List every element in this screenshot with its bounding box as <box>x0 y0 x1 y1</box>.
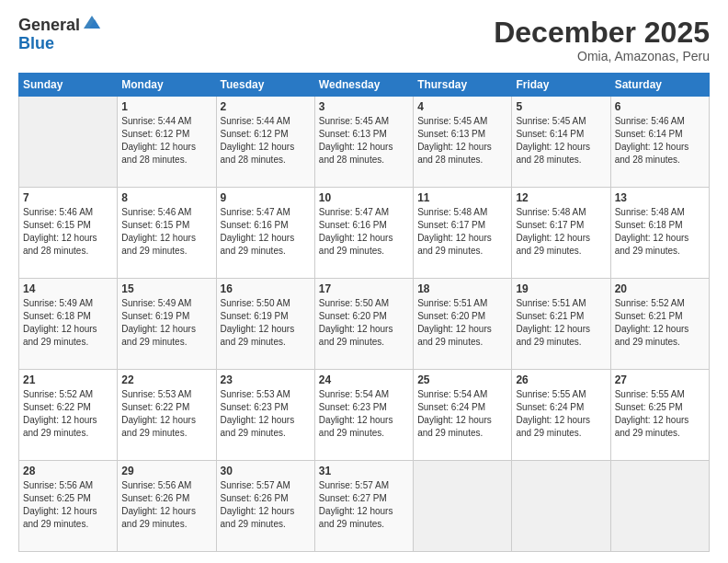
day-info: Sunrise: 5:45 AMSunset: 6:13 PMDaylight:… <box>319 115 409 167</box>
day-number: 20 <box>615 282 705 295</box>
calendar-cell: 12Sunrise: 5:48 AMSunset: 6:17 PMDayligh… <box>512 188 610 279</box>
month-title: December 2025 <box>494 17 710 49</box>
calendar-cell: 23Sunrise: 5:53 AMSunset: 6:23 PMDayligh… <box>216 370 314 461</box>
calendar-cell <box>610 461 709 552</box>
day-info: Sunrise: 5:45 AMSunset: 6:14 PMDaylight:… <box>516 115 606 167</box>
day-info: Sunrise: 5:51 AMSunset: 6:20 PMDaylight:… <box>417 297 507 349</box>
calendar-cell: 22Sunrise: 5:53 AMSunset: 6:22 PMDayligh… <box>118 370 216 461</box>
day-number: 17 <box>319 282 409 295</box>
day-number: 28 <box>23 465 113 477</box>
header: General Blue December 2025 Omia, Amazona… <box>18 17 710 63</box>
calendar-cell <box>512 461 610 552</box>
day-number: 27 <box>615 373 705 386</box>
calendar-cell: 5Sunrise: 5:45 AMSunset: 6:14 PMDaylight… <box>512 97 610 188</box>
day-number: 11 <box>417 191 507 204</box>
day-info: Sunrise: 5:49 AMSunset: 6:19 PMDaylight:… <box>121 297 211 349</box>
day-info: Sunrise: 5:53 AMSunset: 6:22 PMDaylight:… <box>121 388 211 440</box>
header-monday: Monday <box>118 74 216 97</box>
header-sunday: Sunday <box>19 74 118 97</box>
calendar-cell: 7Sunrise: 5:46 AMSunset: 6:15 PMDaylight… <box>19 188 118 279</box>
day-info: Sunrise: 5:48 AMSunset: 6:18 PMDaylight:… <box>615 206 705 258</box>
day-info: Sunrise: 5:48 AMSunset: 6:17 PMDaylight:… <box>516 206 606 258</box>
day-number: 6 <box>615 100 705 113</box>
day-number: 12 <box>516 191 606 204</box>
logo-blue-text: Blue <box>18 35 102 53</box>
day-number: 14 <box>23 282 113 295</box>
calendar-cell: 14Sunrise: 5:49 AMSunset: 6:18 PMDayligh… <box>19 279 118 370</box>
day-number: 9 <box>221 191 311 204</box>
day-info: Sunrise: 5:49 AMSunset: 6:18 PMDaylight:… <box>23 297 113 349</box>
day-number: 24 <box>319 373 409 386</box>
header-friday: Friday <box>512 74 610 97</box>
calendar-cell: 19Sunrise: 5:51 AMSunset: 6:21 PMDayligh… <box>512 279 610 370</box>
day-number: 8 <box>121 191 211 204</box>
day-info: Sunrise: 5:45 AMSunset: 6:13 PMDaylight:… <box>417 115 507 167</box>
day-number: 3 <box>319 100 409 113</box>
day-info: Sunrise: 5:47 AMSunset: 6:16 PMDaylight:… <box>221 206 311 258</box>
day-number: 31 <box>319 465 409 477</box>
calendar-cell: 29Sunrise: 5:56 AMSunset: 6:26 PMDayligh… <box>118 461 216 552</box>
day-info: Sunrise: 5:46 AMSunset: 6:14 PMDaylight:… <box>615 115 705 167</box>
header-wednesday: Wednesday <box>314 74 413 97</box>
day-number: 5 <box>516 100 606 113</box>
day-info: Sunrise: 5:55 AMSunset: 6:25 PMDaylight:… <box>615 388 705 440</box>
calendar-cell: 15Sunrise: 5:49 AMSunset: 6:19 PMDayligh… <box>118 279 216 370</box>
day-info: Sunrise: 5:46 AMSunset: 6:15 PMDaylight:… <box>121 206 211 258</box>
calendar-cell: 16Sunrise: 5:50 AMSunset: 6:19 PMDayligh… <box>216 279 314 370</box>
header-thursday: Thursday <box>414 74 512 97</box>
calendar-cell: 25Sunrise: 5:54 AMSunset: 6:24 PMDayligh… <box>414 370 512 461</box>
day-number: 1 <box>121 100 211 113</box>
page: General Blue December 2025 Omia, Amazona… <box>0 0 728 563</box>
header-tuesday: Tuesday <box>216 74 314 97</box>
day-info: Sunrise: 5:44 AMSunset: 6:12 PMDaylight:… <box>221 115 311 167</box>
day-number: 4 <box>417 100 507 113</box>
day-number: 22 <box>121 373 211 386</box>
calendar-cell: 26Sunrise: 5:55 AMSunset: 6:24 PMDayligh… <box>512 370 610 461</box>
calendar-cell: 4Sunrise: 5:45 AMSunset: 6:13 PMDaylight… <box>414 97 512 188</box>
logo-general-text: General <box>18 17 80 35</box>
day-info: Sunrise: 5:57 AMSunset: 6:27 PMDaylight:… <box>319 479 409 531</box>
day-info: Sunrise: 5:54 AMSunset: 6:24 PMDaylight:… <box>417 388 507 440</box>
calendar-header-row: Sunday Monday Tuesday Wednesday Thursday… <box>19 74 710 97</box>
calendar-cell: 9Sunrise: 5:47 AMSunset: 6:16 PMDaylight… <box>216 188 314 279</box>
calendar-cell: 13Sunrise: 5:48 AMSunset: 6:18 PMDayligh… <box>610 188 709 279</box>
calendar-cell <box>19 97 118 188</box>
day-info: Sunrise: 5:46 AMSunset: 6:15 PMDaylight:… <box>23 206 113 258</box>
day-info: Sunrise: 5:54 AMSunset: 6:23 PMDaylight:… <box>319 388 409 440</box>
day-info: Sunrise: 5:50 AMSunset: 6:20 PMDaylight:… <box>319 297 409 349</box>
day-info: Sunrise: 5:48 AMSunset: 6:17 PMDaylight:… <box>417 206 507 258</box>
calendar-cell: 30Sunrise: 5:57 AMSunset: 6:26 PMDayligh… <box>216 461 314 552</box>
day-info: Sunrise: 5:44 AMSunset: 6:12 PMDaylight:… <box>121 115 211 167</box>
day-number: 15 <box>121 282 211 295</box>
day-number: 2 <box>221 100 311 113</box>
day-number: 21 <box>23 373 113 386</box>
calendar-cell: 11Sunrise: 5:48 AMSunset: 6:17 PMDayligh… <box>414 188 512 279</box>
day-info: Sunrise: 5:52 AMSunset: 6:22 PMDaylight:… <box>23 388 113 440</box>
calendar-cell: 27Sunrise: 5:55 AMSunset: 6:25 PMDayligh… <box>610 370 709 461</box>
day-info: Sunrise: 5:47 AMSunset: 6:16 PMDaylight:… <box>319 206 409 258</box>
day-number: 10 <box>319 191 409 204</box>
calendar-cell: 17Sunrise: 5:50 AMSunset: 6:20 PMDayligh… <box>314 279 413 370</box>
day-number: 18 <box>417 282 507 295</box>
day-number: 30 <box>221 465 311 477</box>
header-saturday: Saturday <box>610 74 709 97</box>
calendar-cell: 1Sunrise: 5:44 AMSunset: 6:12 PMDaylight… <box>118 97 216 188</box>
location: Omia, Amazonas, Peru <box>494 49 710 63</box>
calendar-cell: 10Sunrise: 5:47 AMSunset: 6:16 PMDayligh… <box>314 188 413 279</box>
logo: General Blue <box>18 17 102 53</box>
calendar-cell: 20Sunrise: 5:52 AMSunset: 6:21 PMDayligh… <box>610 279 709 370</box>
calendar-cell <box>414 461 512 552</box>
title-block: December 2025 Omia, Amazonas, Peru <box>494 17 710 63</box>
calendar-cell: 6Sunrise: 5:46 AMSunset: 6:14 PMDaylight… <box>610 97 709 188</box>
day-number: 23 <box>221 373 311 386</box>
calendar-cell: 24Sunrise: 5:54 AMSunset: 6:23 PMDayligh… <box>314 370 413 461</box>
calendar-cell: 31Sunrise: 5:57 AMSunset: 6:27 PMDayligh… <box>314 461 413 552</box>
day-info: Sunrise: 5:57 AMSunset: 6:26 PMDaylight:… <box>221 479 311 531</box>
day-number: 26 <box>516 373 606 386</box>
calendar-cell: 2Sunrise: 5:44 AMSunset: 6:12 PMDaylight… <box>216 97 314 188</box>
calendar-cell: 3Sunrise: 5:45 AMSunset: 6:13 PMDaylight… <box>314 97 413 188</box>
logo-icon <box>82 12 102 32</box>
day-number: 29 <box>121 465 211 477</box>
calendar-cell: 18Sunrise: 5:51 AMSunset: 6:20 PMDayligh… <box>414 279 512 370</box>
day-info: Sunrise: 5:51 AMSunset: 6:21 PMDaylight:… <box>516 297 606 349</box>
